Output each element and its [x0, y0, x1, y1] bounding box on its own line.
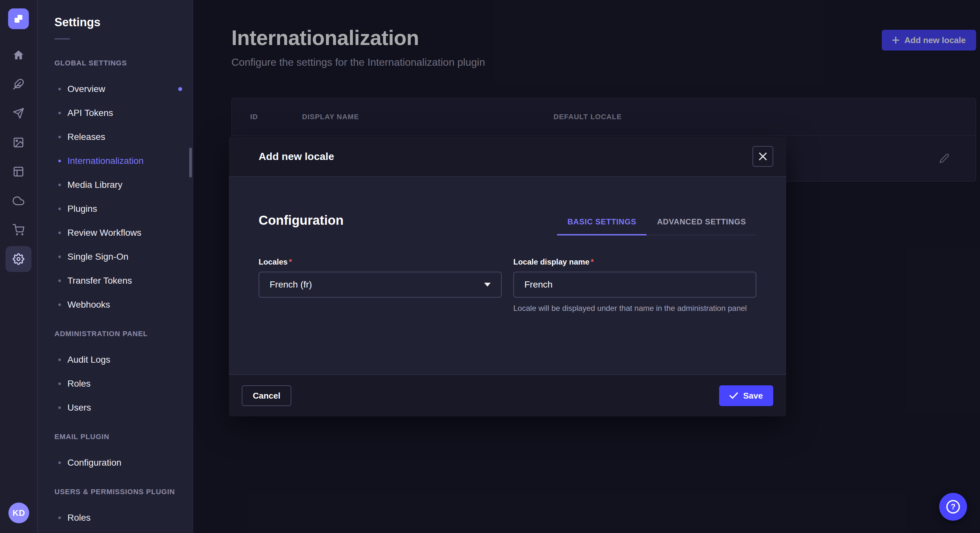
configuration-heading: Configuration — [259, 213, 344, 235]
sidebar-item-label: Roles — [67, 512, 91, 523]
sidebar-item-label: Media Library — [67, 180, 123, 190]
bullet-dot — [58, 359, 61, 361]
locales-field: Locales* French (fr) — [259, 257, 502, 314]
locale-display-name-label: Locale display name* — [513, 257, 756, 266]
sidebar-item-single-sign-on[interactable]: Single Sign-On — [54, 245, 192, 269]
sidebar-item-overview[interactable]: Overview — [54, 77, 192, 101]
close-modal-button[interactable] — [752, 146, 773, 167]
sidebar-item-label: Internationalization — [67, 156, 143, 166]
section-global-settings: GLOBAL SETTINGS — [54, 59, 192, 67]
bullet-dot — [58, 232, 61, 234]
sidebar-item-api-tokens[interactable]: API Tokens — [54, 101, 192, 125]
deploy-cloud-icon[interactable] — [13, 195, 24, 206]
display-name-label-text: Locale display name — [513, 257, 590, 266]
strapi-admin-app: KD Settings GLOBAL SETTINGS Overview API… — [0, 0, 980, 533]
locales-select-value: French (fr) — [270, 279, 312, 290]
sidebar-item-webhooks[interactable]: Webhooks — [54, 293, 192, 317]
strapi-logo[interactable] — [8, 8, 29, 29]
content-manager-icon[interactable] — [13, 78, 24, 90]
chevron-down-icon — [484, 283, 491, 287]
modal-title: Add new locale — [259, 151, 334, 163]
bullet-dot — [58, 208, 61, 210]
bullet-dot — [58, 184, 61, 186]
bullet-dot — [58, 462, 61, 464]
bullet-dot — [58, 406, 61, 409]
bullet-dot — [58, 303, 61, 306]
sidebar-item-label: Plugins — [67, 204, 97, 214]
section-users-permissions-plugin: USERS & PERMISSIONS PLUGIN — [54, 488, 192, 496]
bullet-dot — [58, 279, 61, 282]
modal-tabs: BASIC SETTINGS ADVANCED SETTINGS — [557, 217, 756, 235]
check-icon — [730, 392, 738, 399]
sidebar-item-label: Overview — [67, 84, 105, 94]
help-button[interactable]: ? — [939, 493, 967, 521]
locales-label-text: Locales — [259, 257, 288, 266]
sidebar-item-providers[interactable]: Providers — [54, 530, 192, 533]
sidebar-title: Settings — [54, 16, 192, 29]
sidebar-item-internationalization[interactable]: Internationalization — [54, 149, 192, 173]
sidebar-item-audit-logs[interactable]: Audit Logs — [54, 348, 192, 372]
required-asterisk: * — [591, 257, 594, 266]
media-library-icon[interactable] — [13, 136, 24, 148]
section-email-plugin: EMAIL PLUGIN — [54, 433, 192, 441]
tab-basic-settings[interactable]: BASIC SETTINGS — [557, 217, 647, 235]
bullet-dot — [58, 517, 61, 519]
home-icon[interactable] — [13, 49, 24, 61]
main-nav-rail: KD — [0, 0, 38, 533]
sidebar-item-label: Releases — [67, 132, 105, 142]
locale-display-name-field: Locale display name* Locale will be disp… — [513, 257, 756, 314]
save-button[interactable]: Save — [719, 385, 773, 406]
settings-sidebar: Settings GLOBAL SETTINGS Overview API To… — [38, 0, 193, 533]
strapi-logo-glyph — [13, 13, 24, 25]
users-permissions-list: Roles Providers — [54, 506, 192, 533]
sidebar-item-plugins[interactable]: Plugins — [54, 197, 192, 221]
bullet-dot — [58, 382, 61, 385]
sidebar-item-label: Single Sign-On — [67, 252, 128, 262]
configuration-row: Configuration BASIC SETTINGS ADVANCED SE… — [259, 213, 756, 235]
sidebar-item-transfer-tokens[interactable]: Transfer Tokens — [54, 269, 192, 293]
releases-icon[interactable] — [13, 108, 24, 119]
bullet-dot — [58, 88, 61, 90]
bullet-dot — [58, 136, 61, 138]
cancel-button[interactable]: Cancel — [242, 385, 291, 406]
sidebar-item-review-workflows[interactable]: Review Workflows — [54, 221, 192, 245]
sidebar-item-label: Transfer Tokens — [67, 276, 132, 286]
sidebar-item-label: Webhooks — [67, 300, 110, 310]
notification-dot — [178, 87, 182, 91]
settings-gear-icon[interactable] — [5, 246, 32, 272]
global-settings-list: Overview API Tokens Releases Internation… — [54, 77, 192, 317]
add-locale-modal: Add new locale Configuration BASIC SETTI… — [229, 136, 786, 416]
locales-select[interactable]: French (fr) — [259, 272, 502, 298]
bullet-dot — [58, 160, 61, 162]
sidebar-item-releases[interactable]: Releases — [54, 125, 192, 149]
save-button-label: Save — [743, 391, 763, 401]
content-type-builder-icon[interactable] — [13, 166, 24, 178]
tab-advanced-settings[interactable]: ADVANCED SETTINGS — [646, 217, 756, 235]
email-plugin-list: Configuration — [54, 451, 192, 475]
rail-icons — [5, 49, 32, 272]
close-icon — [759, 152, 767, 160]
modal-header: Add new locale — [229, 136, 786, 177]
sidebar-item-email-configuration[interactable]: Configuration — [54, 451, 192, 475]
user-avatar[interactable]: KD — [8, 503, 29, 523]
question-mark-icon: ? — [946, 500, 960, 514]
administration-panel-list: Audit Logs Roles Users — [54, 348, 192, 420]
sidebar-item-media-library[interactable]: Media Library — [54, 173, 192, 197]
sidebar-item-label: API Tokens — [67, 108, 113, 118]
sidebar-scrollbar-thumb[interactable] — [189, 148, 192, 178]
locale-display-name-input[interactable] — [513, 272, 756, 298]
modal-footer: Cancel Save — [229, 374, 786, 416]
bullet-dot — [58, 112, 61, 114]
sidebar-item-users[interactable]: Users — [54, 396, 192, 420]
sidebar-item-admin-roles[interactable]: Roles — [54, 372, 192, 396]
sidebar-item-label: Audit Logs — [67, 355, 110, 365]
sidebar-title-divider — [54, 38, 70, 40]
sidebar-item-up-roles[interactable]: Roles — [54, 506, 192, 530]
modal-body: Configuration BASIC SETTINGS ADVANCED SE… — [229, 177, 786, 374]
section-administration-panel: ADMINISTRATION PANEL — [54, 330, 192, 338]
modal-form-fields: Locales* French (fr) Locale display name… — [259, 257, 756, 314]
required-asterisk: * — [289, 257, 292, 266]
bullet-dot — [58, 255, 61, 258]
locales-label: Locales* — [259, 257, 502, 266]
marketplace-cart-icon[interactable] — [13, 224, 24, 236]
